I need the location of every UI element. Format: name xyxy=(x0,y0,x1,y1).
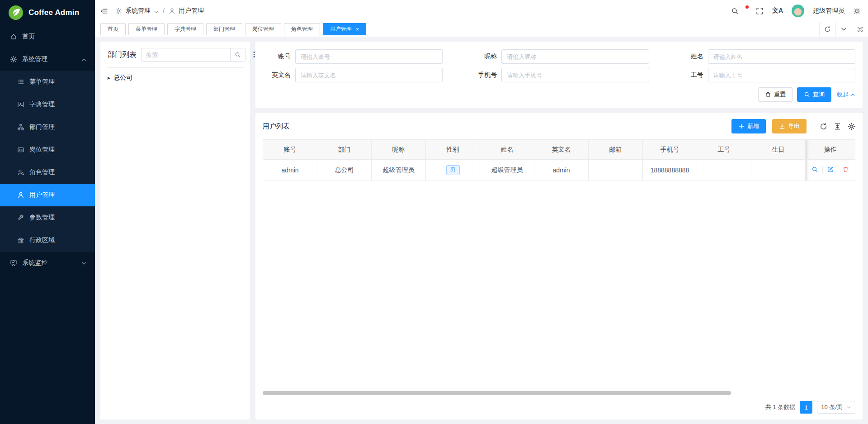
search-icon[interactable] xyxy=(731,7,739,15)
sidebar-item-label: 岗位管理 xyxy=(29,146,55,154)
table-card-header: 用户列表 新增 导出 xyxy=(255,113,863,139)
phone-input[interactable] xyxy=(501,68,649,82)
reset-button[interactable]: 重置 xyxy=(758,87,793,102)
header-actions: 文A 超级管理员 xyxy=(731,5,861,17)
col-en-name: 英文名 xyxy=(534,140,589,160)
sidebar-item-region-mgmt[interactable]: 行政区域 xyxy=(0,229,95,252)
tab-user-mgmt[interactable]: 用户管理 × xyxy=(323,23,366,35)
dept-search-input[interactable] xyxy=(141,48,230,62)
sidebar-submenu-system: 菜单管理 字典管理 部门管理 岗位管理 角色管理 用户管理 xyxy=(0,71,95,252)
user-name[interactable]: 超级管理员 xyxy=(813,7,844,15)
cell-gender: 男 xyxy=(426,160,480,181)
tab-role-mgmt[interactable]: 角色管理 xyxy=(284,23,320,35)
trash-icon xyxy=(765,91,771,98)
fullscreen-icon[interactable] xyxy=(756,7,764,15)
main-column: 系统管理 / 用户管理 文A 超级管理员 首页 xyxy=(95,0,868,424)
action-divider xyxy=(838,167,838,173)
export-button[interactable]: 导出 xyxy=(772,119,807,133)
chevron-down-icon xyxy=(81,260,87,266)
tab-dept-mgmt[interactable]: 部门管理 xyxy=(206,23,242,35)
tab-dict-mgmt[interactable]: 字典管理 xyxy=(167,23,203,35)
scrollbar-thumb[interactable] xyxy=(263,391,731,395)
dept-search-button[interactable] xyxy=(230,48,245,62)
tree-node-label: 总公司 xyxy=(113,74,132,82)
dept-search-group xyxy=(141,48,245,62)
sidebar-item-user-mgmt[interactable]: 用户管理 xyxy=(0,184,95,206)
brand-leaf-icon xyxy=(8,5,24,20)
row-height-icon[interactable] xyxy=(834,123,841,130)
tab-menu-dropdown[interactable] xyxy=(835,22,852,37)
cell-email xyxy=(589,160,643,181)
account-input[interactable] xyxy=(295,49,443,64)
cell-actions xyxy=(806,160,855,181)
tab-menu-mgmt[interactable]: 菜单管理 xyxy=(128,23,165,35)
collapse-form-link[interactable]: 收起 xyxy=(837,91,855,99)
wrench-icon xyxy=(17,214,24,221)
chevron-up-icon xyxy=(81,57,87,62)
field-label: 工号 xyxy=(675,71,703,79)
sidebar-item-post-mgmt[interactable]: 岗位管理 xyxy=(0,138,95,161)
table-row: admin 总公司 超级管理员 男 超级管理员 admin 1888888888… xyxy=(263,160,855,181)
search-form-card: 账号 昵称 姓名 英文名 xyxy=(255,42,863,108)
sidebar-item-home[interactable]: 首页 xyxy=(0,25,95,48)
col-gender: 性别 xyxy=(426,140,480,160)
col-name: 姓名 xyxy=(480,140,534,160)
refresh-icon[interactable] xyxy=(820,123,827,130)
refresh-tab-button[interactable] xyxy=(819,22,835,37)
dictionary-icon xyxy=(17,101,24,108)
chevron-down-icon xyxy=(846,405,851,410)
breadcrumb-section[interactable]: 系统管理 xyxy=(125,7,151,15)
sidebar-group-monitor[interactable]: 系统监控 xyxy=(0,252,95,274)
sidebar-item-label: 首页 xyxy=(22,33,35,41)
tab-bar: 首页 菜单管理 字典管理 部门管理 岗位管理 角色管理 用户管理 × xyxy=(95,22,868,37)
user-icon xyxy=(169,8,175,14)
cell-account: admin xyxy=(263,160,317,181)
tree-caret-icon[interactable]: ▸ xyxy=(108,75,110,81)
sidebar: Coffee Admin 首页 系统管理 菜单管理 字典管理 部门管理 xyxy=(0,0,95,424)
sidebar-item-label: 字典管理 xyxy=(29,100,55,109)
col-birthday: 生日 xyxy=(751,140,806,160)
translate-icon[interactable]: 文A xyxy=(772,7,783,15)
tab-post-mgmt[interactable]: 岗位管理 xyxy=(245,23,281,35)
tab-home[interactable]: 首页 xyxy=(100,23,126,35)
column-settings-gear-icon[interactable] xyxy=(848,123,855,130)
sidebar-item-role-mgmt[interactable]: 角色管理 xyxy=(0,161,95,184)
sidebar-group-label: 系统管理 xyxy=(22,55,47,63)
role-key-icon xyxy=(17,169,24,176)
sidebar-item-menu-mgmt[interactable]: 菜单管理 xyxy=(0,71,95,93)
nickname-input[interactable] xyxy=(501,49,649,64)
view-row-icon[interactable] xyxy=(811,166,818,173)
content-fullscreen-button[interactable] xyxy=(852,22,868,37)
sidebar-item-dept-mgmt[interactable]: 部门管理 xyxy=(0,116,95,138)
user-icon xyxy=(17,191,24,199)
page-button-1[interactable]: 1 xyxy=(800,401,812,414)
delete-row-icon[interactable] xyxy=(842,166,849,173)
tab-controls xyxy=(819,22,868,37)
monitor-icon xyxy=(10,259,17,267)
name-input[interactable] xyxy=(708,49,855,64)
field-nickname: 昵称 xyxy=(469,49,649,64)
cell-work-no xyxy=(697,160,751,181)
cell-en-name: admin xyxy=(534,160,589,181)
add-button[interactable]: 新增 xyxy=(731,119,766,133)
avatar[interactable] xyxy=(792,5,804,17)
sidebar-item-dict-mgmt[interactable]: 字典管理 xyxy=(0,93,95,116)
sidebar-group-system[interactable]: 系统管理 xyxy=(0,48,95,71)
page-size-select[interactable]: 10 条/页 xyxy=(817,401,855,414)
chevron-down-icon[interactable] xyxy=(154,9,159,14)
tree-node-root[interactable]: ▸ 总公司 xyxy=(108,74,243,82)
page-content: 部门列表 ⋮ ▸ 总公司 xyxy=(95,37,868,424)
table-toolbar: 新增 导出 xyxy=(731,119,855,133)
right-column: 账号 昵称 姓名 英文名 xyxy=(255,42,863,419)
settings-gear-icon[interactable] xyxy=(853,7,861,15)
query-button[interactable]: 查询 xyxy=(797,87,831,102)
edit-row-icon[interactable] xyxy=(827,166,834,173)
close-icon[interactable]: × xyxy=(356,27,359,32)
cell-nickname: 超级管理员 xyxy=(372,160,426,181)
field-phone: 手机号 xyxy=(469,68,649,82)
sidebar-item-param-mgmt[interactable]: 参数管理 xyxy=(0,206,95,229)
gear-icon xyxy=(115,8,122,14)
en-name-input[interactable] xyxy=(295,68,443,82)
work-no-input[interactable] xyxy=(708,68,855,82)
sidebar-collapse-icon[interactable] xyxy=(100,7,108,15)
